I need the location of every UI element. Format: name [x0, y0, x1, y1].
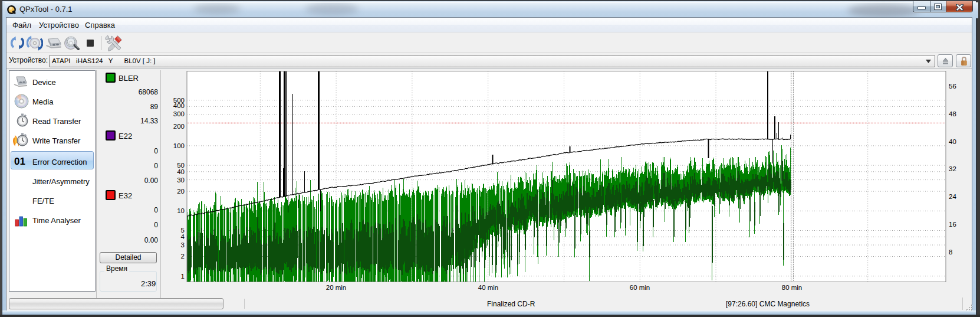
svg-text:60 min: 60 min	[630, 284, 650, 291]
svg-text:100: 100	[173, 142, 185, 149]
svg-text:1: 1	[181, 273, 185, 280]
svg-text:40 min: 40 min	[478, 284, 499, 291]
svg-text:80 min: 80 min	[782, 284, 803, 291]
svg-text:20: 20	[177, 188, 185, 195]
svg-text:56: 56	[949, 83, 956, 90]
svg-text:40: 40	[949, 138, 956, 145]
svg-text:20 min: 20 min	[326, 284, 347, 291]
svg-text:40: 40	[177, 168, 185, 175]
svg-text:300: 300	[173, 110, 185, 117]
svg-text:2: 2	[181, 253, 185, 260]
svg-text:24: 24	[949, 193, 956, 200]
svg-text:400: 400	[173, 102, 185, 109]
svg-text:48: 48	[949, 110, 956, 117]
svg-text:3: 3	[181, 241, 185, 249]
svg-text:16: 16	[949, 221, 956, 228]
svg-text:200: 200	[173, 123, 185, 130]
svg-text:30: 30	[177, 177, 185, 184]
svg-text:8: 8	[949, 249, 952, 256]
svg-text:4: 4	[181, 233, 185, 240]
svg-text:32: 32	[949, 165, 956, 172]
svg-text:10: 10	[177, 207, 185, 214]
